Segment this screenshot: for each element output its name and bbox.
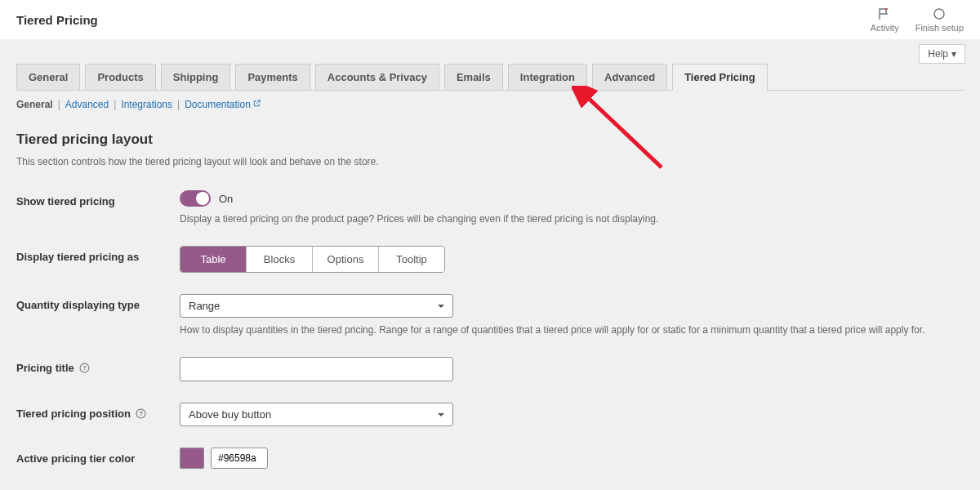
settings-content: Tiered pricing layout This section contr… (0, 118, 980, 490)
subnav-general: General (16, 99, 53, 110)
chevron-down-icon: ▾ (951, 48, 956, 60)
display-option-blocks[interactable]: Blocks (247, 247, 313, 272)
row-position: Tiered pricing position ? Above buy butt… (16, 403, 964, 426)
row-display-as: Display tiered pricing as TableBlocksOpt… (16, 246, 964, 273)
quantity-type-select[interactable]: Range (180, 294, 453, 318)
svg-point-1 (934, 9, 944, 19)
settings-tabs: GeneralProductsShippingPaymentsAccounts … (16, 64, 964, 91)
finish-setup-button[interactable]: Finish setup (915, 7, 964, 33)
toggle-state-text: On (219, 193, 233, 205)
tab-tiered-pricing[interactable]: Tiered Pricing (672, 64, 767, 91)
label-position: Tiered pricing position (16, 408, 131, 420)
section-title: Tiered pricing layout (16, 131, 964, 148)
top-bar: Tiered Pricing Activity Finish setup (0, 0, 980, 39)
quantity-type-value: Range (189, 300, 220, 312)
external-link-icon[interactable] (252, 99, 261, 110)
page-title: Tiered Pricing (16, 13, 98, 27)
finish-setup-label: Finish setup (915, 23, 964, 33)
help-icon[interactable]: ? (79, 363, 91, 374)
tab-general[interactable]: General (16, 64, 80, 90)
help-icon[interactable]: ? (136, 408, 147, 420)
section-description: This section controls how the tiered pri… (16, 156, 964, 167)
separator: | (177, 99, 180, 110)
svg-text:?: ? (140, 410, 144, 417)
top-actions: Activity Finish setup (871, 7, 964, 33)
svg-text:?: ? (82, 364, 87, 372)
flag-icon (877, 7, 892, 21)
display-option-tooltip[interactable]: Tooltip (379, 247, 444, 272)
activity-label: Activity (871, 23, 899, 33)
sub-navigation: General|Advanced|Integrations|Documentat… (16, 99, 964, 110)
label-show-tiered-pricing: Show tiered pricing (16, 190, 180, 207)
row-color: Active pricing tier color (16, 448, 964, 469)
separator: | (58, 99, 60, 110)
label-quantity-type: Quantity displaying type (16, 294, 180, 311)
row-quantity-type: Quantity displaying type Range How to di… (16, 294, 964, 336)
help-dropdown[interactable]: Help ▾ (919, 44, 965, 64)
pricing-title-input[interactable] (180, 357, 453, 381)
help-label: Help (928, 48, 948, 60)
display-option-options[interactable]: Options (313, 247, 379, 272)
display-option-table[interactable]: Table (180, 247, 247, 272)
subnav-integrations[interactable]: Integrations (121, 99, 172, 110)
tab-payments[interactable]: Payments (235, 64, 310, 90)
tab-integration[interactable]: Integration (508, 64, 587, 90)
tab-advanced[interactable]: Advanced (592, 64, 667, 90)
circle-icon (932, 7, 947, 21)
tab-shipping[interactable]: Shipping (161, 64, 231, 90)
help-show-tiered-pricing: Display a tiered pricing on the product … (180, 213, 964, 225)
help-quantity-type: How to display quantities in the tiered … (180, 324, 964, 336)
subnav-advanced[interactable]: Advanced (65, 99, 109, 110)
color-hex-input[interactable] (211, 448, 268, 469)
label-display-as: Display tiered pricing as (16, 246, 180, 263)
tab-products[interactable]: Products (85, 64, 155, 90)
row-show-tiered-pricing: Show tiered pricing On Display a tiered … (16, 190, 964, 225)
tab-accounts-privacy[interactable]: Accounts & Privacy (315, 64, 439, 90)
label-color: Active pricing tier color (16, 448, 180, 465)
svg-point-0 (885, 8, 887, 10)
activity-button[interactable]: Activity (871, 7, 899, 33)
toggle-knob (196, 192, 209, 205)
tab-emails[interactable]: Emails (444, 64, 503, 90)
label-pricing-title: Pricing title (16, 362, 74, 374)
row-pricing-title: Pricing title ? (16, 357, 964, 381)
position-select[interactable]: Above buy button (180, 403, 453, 426)
separator: | (114, 99, 116, 110)
display-as-segmented-control: TableBlocksOptionsTooltip (180, 246, 445, 273)
show-tiered-pricing-toggle[interactable] (180, 190, 211, 207)
subnav-documentation[interactable]: Documentation (185, 99, 251, 110)
position-value: Above buy button (189, 408, 271, 421)
color-swatch[interactable] (180, 448, 204, 469)
